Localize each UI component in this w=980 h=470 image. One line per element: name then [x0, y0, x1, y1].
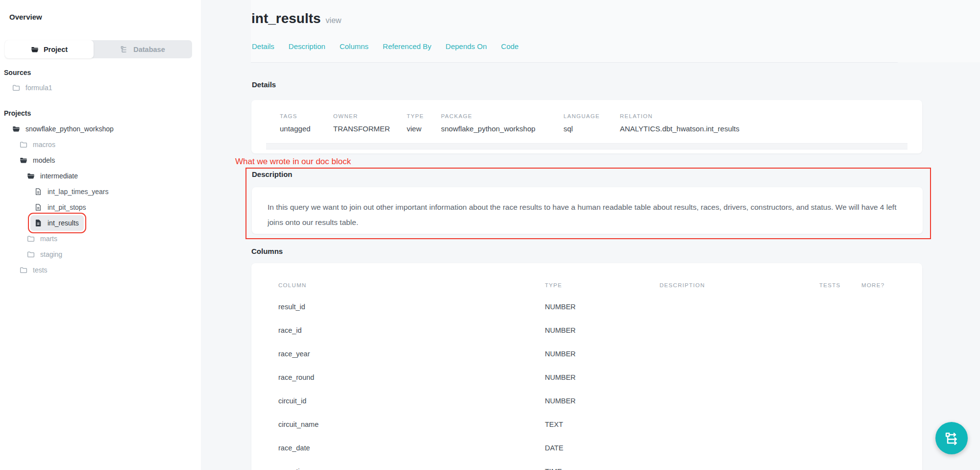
- column-type: NUMBER: [545, 397, 576, 405]
- details-footer-strip: [266, 143, 907, 149]
- tab-description[interactable]: Description: [289, 42, 325, 50]
- detail-field-label: PACKAGE: [441, 113, 472, 119]
- folder-icon: [20, 141, 27, 148]
- detail-field-value: TRANSFORMER: [333, 124, 390, 133]
- column-type: NUMBER: [545, 303, 576, 311]
- tree-item-label: macros: [33, 141, 55, 148]
- folder-icon: [27, 250, 35, 258]
- column-row-race_id[interactable]: race_id NUMBER: [251, 326, 922, 336]
- description-text: In this query we want to join out other …: [268, 199, 903, 230]
- tree-item-label: snowflake_python_workshop: [25, 125, 114, 133]
- tree-item-int_results: int_results: [30, 215, 84, 231]
- detail-field-value: ANALYTICS.dbt_hwatson.int_results: [620, 124, 739, 133]
- folder-open-icon: [31, 46, 39, 53]
- tree-item-intermediate: intermediate: [23, 168, 83, 184]
- tree-item-int_lap_times_years: int_lap_times_years: [30, 184, 114, 199]
- folder-open-icon: [27, 172, 35, 180]
- columns-card: COLUMNTYPEDESCRIPTIONTESTSMORE? result_i…: [251, 263, 922, 470]
- tree-item-label: intermediate: [40, 172, 78, 180]
- database-toggle-label: Database: [133, 46, 165, 53]
- sources-heading: Sources: [4, 69, 31, 76]
- folder-open-icon: [12, 125, 20, 133]
- column-type: NUMBER: [545, 326, 576, 334]
- columns-heading: Columns: [251, 247, 283, 255]
- column-name: race_year: [278, 350, 310, 358]
- tree-item-label: int_results: [48, 219, 79, 227]
- column-name: circuit_name: [278, 421, 318, 428]
- column-type: TEXT: [545, 421, 563, 428]
- detail-field-label: TYPE: [407, 113, 424, 119]
- dbt-docs-app: Overview Project Database Sources formul…: [0, 0, 980, 470]
- tab-divider: [251, 62, 898, 63]
- column-row-result_id[interactable]: result_id NUMBER: [251, 303, 922, 313]
- tree-item-label: int_lap_times_years: [48, 188, 109, 196]
- column-name: race_time: [278, 468, 310, 470]
- folder-open-icon: [20, 156, 27, 164]
- tab-tests: TESTS: [819, 282, 841, 288]
- description-card: In this query we want to join out other …: [252, 187, 923, 234]
- tab-type: TYPE: [545, 282, 562, 288]
- sources-tree: formula1: [0, 80, 206, 96]
- tree-item-snowflake_python_workshop: snowflake_python_workshop: [8, 121, 119, 137]
- tab-code[interactable]: Code: [501, 42, 519, 50]
- tab-details[interactable]: Details: [252, 42, 274, 50]
- tree-item-int_pit_stops: int_pit_stops: [30, 199, 91, 215]
- column-type: TIME: [545, 468, 562, 470]
- tree-item-label: marts: [40, 235, 57, 243]
- detail-field-label: RELATION: [620, 113, 653, 119]
- tree-item-tests: tests: [16, 262, 52, 278]
- sidebar: Overview Project Database Sources formul…: [0, 0, 201, 470]
- column-row-circuit_name[interactable]: circuit_name TEXT: [251, 421, 922, 430]
- column-name: race_date: [278, 444, 310, 452]
- projects-tree: snowflake_python_workshop macros models: [0, 121, 206, 278]
- tree-item-label: int_pit_stops: [48, 203, 86, 211]
- projects-heading: Projects: [4, 109, 31, 117]
- view-lineage-graph-button[interactable]: [935, 422, 968, 454]
- column-row-race_date[interactable]: race_date DATE: [251, 444, 922, 454]
- detail-field-value: snowflake_python_workshop: [441, 124, 536, 133]
- database-toggle-button[interactable]: Database: [94, 40, 192, 58]
- description-annotation-box: Description In this query we want to joi…: [245, 168, 931, 239]
- tab-referenced-by[interactable]: Referenced By: [383, 42, 431, 50]
- tree-item-label: formula1: [25, 84, 52, 92]
- tab-depends-on[interactable]: Depends On: [445, 42, 487, 50]
- tree-item-label: tests: [33, 266, 48, 274]
- model-type-subtitle: view: [326, 16, 342, 25]
- file-solid-icon: [34, 219, 42, 227]
- detail-field-value: view: [407, 124, 421, 133]
- tree-item-models: models: [16, 152, 60, 168]
- tab-more?: MORE?: [861, 282, 884, 288]
- detail-field-label: TAGS: [280, 113, 297, 119]
- doc-block-annotation: What we wrote in our doc block: [235, 157, 351, 167]
- tab-description: DESCRIPTION: [660, 282, 705, 288]
- details-card: TAGS untagged OWNER TRANSFORMER TYPE vie…: [251, 100, 922, 153]
- detail-field-value: untagged: [280, 124, 311, 133]
- section-tabs: DetailsDescriptionColumnsReferenced ByDe…: [252, 42, 518, 50]
- file-icon: [34, 188, 42, 196]
- details-heading: Details: [252, 80, 276, 89]
- column-row-race_round[interactable]: race_round NUMBER: [251, 373, 922, 383]
- project-toggle-button[interactable]: Project: [5, 40, 94, 58]
- column-row-circuit_id[interactable]: circuit_id NUMBER: [251, 397, 922, 407]
- tree-item-macros: macros: [16, 137, 60, 152]
- tree-item-label: models: [33, 156, 55, 164]
- tree-item-label: staging: [40, 250, 62, 258]
- tab-columns[interactable]: Columns: [340, 42, 368, 50]
- tree-item-marts: marts: [23, 231, 62, 247]
- column-name: circuit_id: [278, 397, 306, 405]
- overview-heading: Overview: [9, 13, 42, 21]
- column-row-race_time[interactable]: race_time TIME: [251, 468, 922, 470]
- detail-field-value: sql: [564, 124, 573, 133]
- column-type: NUMBER: [545, 373, 576, 381]
- column-type: NUMBER: [545, 350, 576, 358]
- folder-icon: [27, 235, 35, 243]
- column-name: race_id: [278, 326, 302, 334]
- detail-field-label: LANGUAGE: [564, 113, 600, 119]
- database-tree-icon: [121, 46, 128, 53]
- description-heading: Description: [252, 170, 293, 178]
- tree-item-staging: staging: [23, 247, 67, 262]
- page-title: int_resultsview: [251, 11, 342, 26]
- project-database-toggle: Project Database: [5, 40, 192, 58]
- column-row-race_year[interactable]: race_year NUMBER: [251, 350, 922, 360]
- lineage-graph-icon: [945, 432, 958, 445]
